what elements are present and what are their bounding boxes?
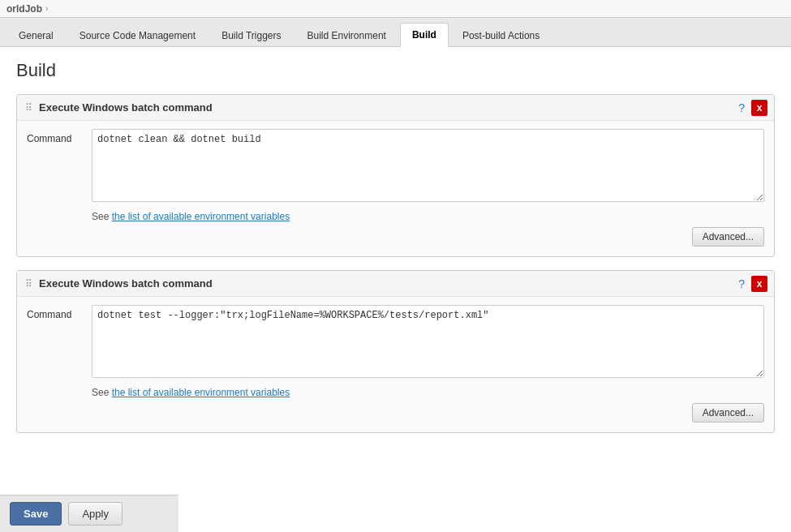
action-bar: Save Apply [0, 495, 178, 532]
command-input-container-2 [92, 305, 764, 380]
advanced-button-1[interactable]: Advanced... [692, 227, 764, 247]
drag-handle-2: ⠿ [25, 278, 32, 290]
build-section-2: ⠿ Execute Windows batch command ? x Comm… [16, 270, 775, 433]
env-vars-anchor-2[interactable]: the list of available environment variab… [112, 387, 290, 398]
command-input-container-1 [92, 129, 764, 204]
breadcrumb-arrow: › [45, 4, 48, 13]
section-2-header: ⠿ Execute Windows batch command ? x [17, 271, 774, 297]
advanced-button-2[interactable]: Advanced... [692, 403, 764, 423]
command-textarea-2[interactable] [92, 305, 764, 378]
apply-button[interactable]: Apply [68, 502, 123, 526]
section-1-title: Execute Windows batch command [39, 101, 213, 114]
tab-build[interactable]: Build [400, 23, 449, 47]
section-1-header: ⠿ Execute Windows batch command ? x [17, 95, 774, 121]
section-2-title: Execute Windows batch command [39, 277, 213, 290]
env-vars-link-2: See the list of available environment va… [92, 387, 764, 398]
delete-button-1[interactable]: x [751, 100, 767, 116]
tab-source-code[interactable]: Source Code Management [67, 24, 208, 46]
top-bar: orldJob › [0, 0, 791, 18]
breadcrumb-title: orldJob [6, 3, 42, 15]
page-content: Build ⠿ Execute Windows batch command ? … [0, 47, 791, 532]
command-field-row-2: Command [27, 305, 764, 380]
tab-build-environment[interactable]: Build Environment [295, 24, 398, 46]
tab-build-triggers[interactable]: Build Triggers [209, 24, 293, 46]
delete-button-2[interactable]: x [751, 276, 767, 292]
save-button[interactable]: Save [10, 502, 62, 526]
drag-handle-1: ⠿ [25, 102, 32, 114]
env-vars-anchor-1[interactable]: the list of available environment variab… [112, 211, 290, 222]
tab-bar: General Source Code Management Build Tri… [0, 18, 791, 47]
build-section-1: ⠿ Execute Windows batch command ? x Comm… [16, 94, 775, 257]
tab-general[interactable]: General [6, 24, 66, 46]
command-textarea-1[interactable] [92, 129, 764, 202]
section-1-body: Command See the list of available enviro… [17, 121, 774, 256]
env-vars-link-1: See the list of available environment va… [92, 211, 764, 222]
page-title: Build [16, 60, 775, 81]
section-2-body: Command See the list of available enviro… [17, 297, 774, 432]
help-icon-2[interactable]: ? [738, 277, 745, 290]
help-icon-1[interactable]: ? [738, 101, 745, 114]
tab-post-build[interactable]: Post-build Actions [450, 24, 552, 46]
command-field-row-1: Command [27, 129, 764, 204]
command-label-2: Command [27, 305, 92, 320]
command-label-1: Command [27, 129, 92, 144]
